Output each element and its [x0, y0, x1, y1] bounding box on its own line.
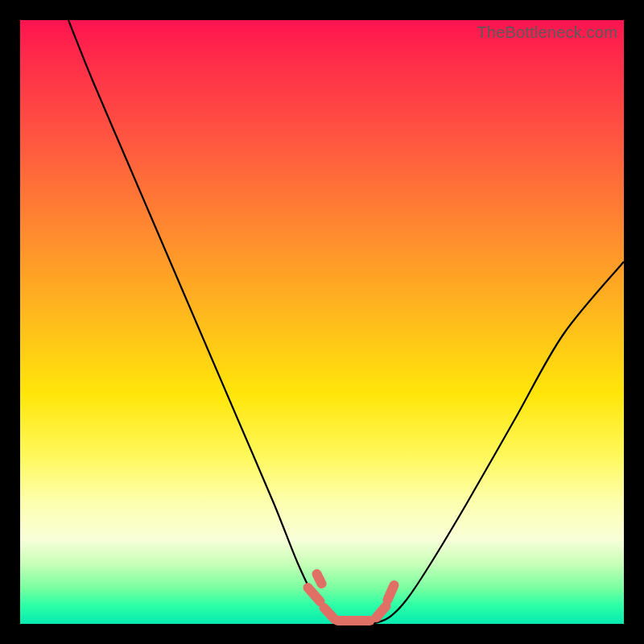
curve-line: [68, 20, 624, 625]
svg-line-1: [324, 608, 335, 619]
svg-line-5: [317, 574, 322, 584]
valley-dash-cluster: [308, 574, 394, 621]
svg-line-4: [388, 585, 394, 600]
bottleneck-curve: [20, 20, 624, 624]
svg-line-0: [308, 588, 320, 601]
chart-frame: TheBottleneck.com: [0, 0, 644, 644]
svg-line-3: [377, 606, 386, 617]
plot-area: TheBottleneck.com: [20, 20, 624, 624]
